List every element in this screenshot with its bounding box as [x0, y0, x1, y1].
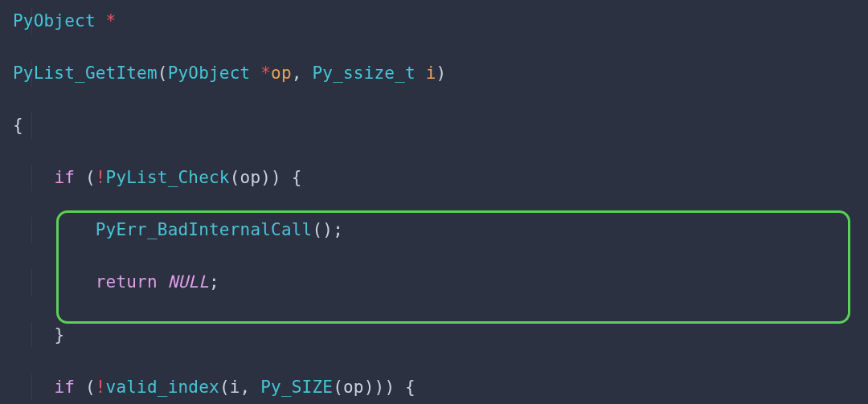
code-line: PyList_GetItem(PyObject *op, Py_ssize_t …	[13, 60, 855, 87]
code-line: PyObject *	[13, 8, 855, 35]
code-line: if (!valid_index(i, Py_SIZE(op))) {	[13, 374, 855, 401]
return-type: PyObject	[13, 11, 96, 31]
code-line: PyErr_BadInternalCall();	[13, 217, 855, 243]
code-block: PyObject * PyList_GetItem(PyObject *op, …	[13, 8, 855, 404]
code-line: if (!PyList_Check(op)) {	[13, 165, 855, 191]
code-line: {	[13, 112, 855, 139]
code-line: }	[13, 322, 855, 349]
function-name: PyList_GetItem	[13, 63, 158, 83]
code-line: return NULL;	[13, 269, 855, 296]
pointer-star: *	[106, 11, 117, 31]
